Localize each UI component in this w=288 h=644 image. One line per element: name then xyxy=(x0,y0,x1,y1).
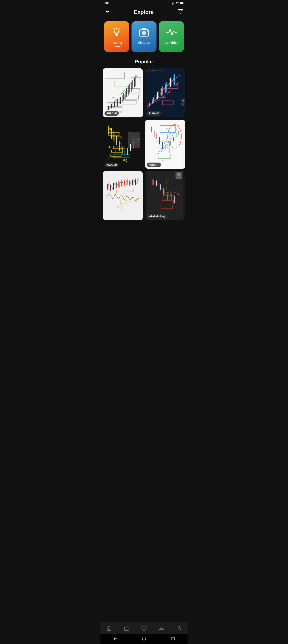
svg-rect-1 xyxy=(172,3,173,4)
svg-text:(A): (A) xyxy=(158,143,160,145)
svg-rect-224 xyxy=(172,637,174,640)
svg-text:(C): (C) xyxy=(169,78,171,80)
chart-wiederholung-visual: January 9, 2024 xyxy=(145,171,185,220)
chart-card-euraud[interactable]: Jan 16, 2024 11:24 UTC+1 xyxy=(145,68,185,118)
svg-rect-5 xyxy=(180,2,183,4)
android-home-button[interactable] xyxy=(141,636,147,641)
signal-icon xyxy=(171,2,175,5)
info-icon xyxy=(141,625,147,631)
app-bottom-nav xyxy=(101,622,187,634)
svg-text:0: 0 xyxy=(138,138,139,140)
trading-ideas-label: Trading ideas xyxy=(107,41,127,48)
svg-rect-70 xyxy=(165,84,166,93)
svg-rect-40 xyxy=(122,95,123,102)
profile-icon xyxy=(176,625,182,631)
svg-rect-167 xyxy=(120,182,120,188)
status-icons xyxy=(171,2,184,5)
android-back-button[interactable] xyxy=(112,636,118,641)
svg-rect-42 xyxy=(125,90,126,99)
svg-text:(B): (B) xyxy=(156,99,158,101)
svg-rect-153 xyxy=(105,171,141,220)
charts-grid: (C) (A) (B) EURCHF Jan 16, 2024 11:24 UT… xyxy=(101,68,187,238)
chart-label-wiederholung: Wiederholung xyxy=(147,214,167,218)
svg-rect-48 xyxy=(134,78,135,88)
svg-marker-7 xyxy=(178,10,183,14)
status-bar: 6:00 xyxy=(101,0,187,6)
bulb-icon xyxy=(111,26,123,38)
chart-card-5[interactable]: (A) (B) (B) xyxy=(103,171,143,220)
svg-rect-73 xyxy=(169,79,169,89)
svg-rect-169 xyxy=(123,181,124,187)
svg-rect-2 xyxy=(173,2,173,4)
chart-xauusd-visual: (B) (A) (C) xyxy=(103,120,143,169)
android-recents-button[interactable] xyxy=(170,636,176,641)
category-trading-ideas[interactable]: Trading ideas xyxy=(104,21,129,52)
svg-text:(C): (C) xyxy=(166,128,168,130)
svg-rect-60 xyxy=(152,99,152,104)
nav-info[interactable] xyxy=(139,624,149,632)
svg-rect-185 xyxy=(177,177,181,179)
nav-profile[interactable] xyxy=(173,624,184,632)
tv-icon xyxy=(124,625,130,631)
svg-rect-77 xyxy=(174,74,175,85)
svg-rect-166 xyxy=(118,180,119,187)
svg-rect-165 xyxy=(116,182,117,188)
svg-rect-171 xyxy=(126,181,127,186)
svg-rect-49 xyxy=(136,75,136,86)
chart-eurchf-visual: (C) (A) (B) xyxy=(103,68,143,118)
svg-text:0: 0 xyxy=(138,144,139,145)
svg-rect-3 xyxy=(174,2,174,4)
page-title: Explore xyxy=(134,9,153,15)
category-activities[interactable]: Activities xyxy=(159,21,184,52)
chart-label-nzdchf: NZDCHF xyxy=(147,162,161,167)
svg-rect-47 xyxy=(132,80,133,89)
nav-network[interactable] xyxy=(156,624,167,632)
svg-line-13 xyxy=(113,28,114,29)
svg-rect-0 xyxy=(172,3,172,4)
svg-line-218 xyxy=(160,627,161,629)
svg-text:(C): (C) xyxy=(123,158,127,162)
chart-card-xauusd[interactable]: (B) (A) (C) xyxy=(103,120,143,169)
chart-label-eurchf: EURCHF xyxy=(105,111,119,116)
svg-rect-38 xyxy=(119,98,120,104)
svg-point-20 xyxy=(147,30,148,32)
svg-rect-164 xyxy=(115,181,115,188)
chart-card-eurchf[interactable]: (C) (A) (B) EURCHF xyxy=(103,68,143,118)
chart-card-nzdchf[interactable]: (C) (A) (B) NZDCHF xyxy=(145,120,185,169)
svg-text:(B): (B) xyxy=(108,128,112,131)
filter-button[interactable] xyxy=(177,8,184,16)
svg-rect-72 xyxy=(168,81,168,90)
svg-point-214 xyxy=(144,627,144,628)
svg-rect-36 xyxy=(116,101,116,106)
nav-home[interactable] xyxy=(104,624,115,632)
categories-section: Trading ideas Pictures Activities xyxy=(101,19,187,56)
svg-rect-6 xyxy=(184,3,184,3)
svg-rect-160 xyxy=(109,182,109,190)
svg-rect-173 xyxy=(129,180,130,186)
chart-card-wiederholung[interactable]: January 9, 2024 Wiederholung xyxy=(145,171,185,220)
camera-icon xyxy=(138,26,150,38)
battery-icon xyxy=(180,2,184,4)
back-button[interactable] xyxy=(104,8,111,16)
svg-point-19 xyxy=(143,32,145,34)
category-pictures[interactable]: Pictures xyxy=(132,21,157,52)
svg-rect-35 xyxy=(114,102,115,107)
svg-rect-178 xyxy=(137,178,138,184)
svg-point-221 xyxy=(178,626,180,628)
svg-rect-59 xyxy=(151,100,151,106)
svg-rect-162 xyxy=(112,182,112,188)
svg-rect-100 xyxy=(128,132,140,148)
svg-text:0: 0 xyxy=(138,141,139,142)
svg-line-14 xyxy=(119,28,120,29)
svg-line-219 xyxy=(161,627,163,629)
svg-rect-61 xyxy=(153,97,154,103)
network-icon xyxy=(158,625,164,631)
nav-tv[interactable] xyxy=(121,624,132,632)
svg-rect-31 xyxy=(108,106,109,110)
svg-rect-170 xyxy=(124,180,125,186)
svg-text:(A): (A) xyxy=(113,96,115,98)
svg-point-184 xyxy=(177,173,180,176)
svg-text:Jan 16, 2024 11:24 UTC+1: Jan 16, 2024 11:24 UTC+1 xyxy=(146,70,162,72)
home-icon xyxy=(106,625,112,631)
chart-label-xauusd: XAUUSD xyxy=(105,162,119,167)
